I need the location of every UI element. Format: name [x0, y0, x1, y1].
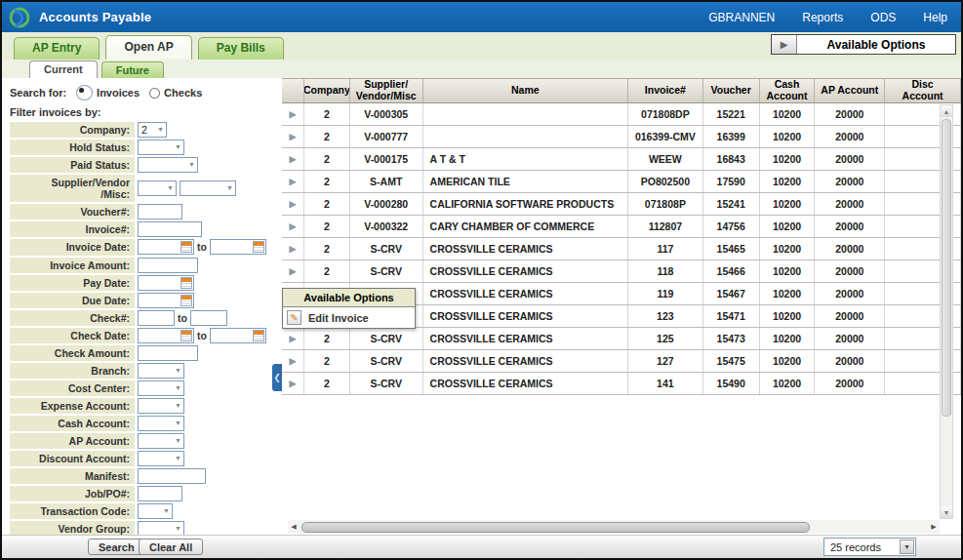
- column-header-voucher[interactable]: Voucher: [703, 79, 760, 102]
- row-expand-arrow-icon[interactable]: ▶: [290, 356, 297, 366]
- check-date-from-input[interactable]: [138, 328, 194, 343]
- row-expand-arrow-icon[interactable]: ▶: [290, 109, 297, 119]
- invoice-date-from-input[interactable]: [138, 239, 194, 255]
- calendar-icon[interactable]: [253, 241, 264, 253]
- sidebar-collapse-handle[interactable]: ❮: [272, 364, 282, 391]
- nav-item-ods[interactable]: ODS: [857, 2, 909, 32]
- tab-ap-entry[interactable]: AP Entry: [14, 37, 100, 60]
- row-expand-arrow-icon[interactable]: ▶: [290, 132, 297, 141]
- hold-status-select[interactable]: [138, 140, 184, 155]
- invoice-amount-input[interactable]: [138, 258, 198, 273]
- top-navbar: Accounts Payable GBRANNENReportsODSHelp: [2, 2, 961, 32]
- calendar-icon[interactable]: [181, 277, 192, 289]
- calendar-icon[interactable]: [253, 330, 264, 341]
- row-expand-arrow-icon[interactable]: ▶: [290, 244, 297, 254]
- row-expand-cell[interactable]: ▶: [282, 148, 304, 170]
- ap-account-select[interactable]: [138, 433, 184, 449]
- subtab-future[interactable]: Future: [101, 61, 164, 78]
- paid-status-select[interactable]: [138, 157, 198, 173]
- records-per-page-select[interactable]: 25 records ▼: [823, 538, 916, 556]
- horizontal-scroll-thumb[interactable]: [301, 522, 810, 533]
- vendor-group-select[interactable]: [138, 521, 184, 535]
- cell-name: CROSSVILLE CERAMICS: [423, 238, 628, 260]
- column-header-disc[interactable]: Disc Account: [885, 79, 961, 102]
- invoice-date-to-input[interactable]: [210, 239, 266, 255]
- vertical-scroll-thumb[interactable]: [942, 119, 951, 417]
- due-date-input[interactable]: [138, 293, 194, 308]
- check-amount-input[interactable]: [138, 345, 198, 361]
- subtab-current[interactable]: Current: [29, 60, 98, 78]
- row-expand-arrow-icon[interactable]: ▶: [290, 334, 297, 343]
- row-expand-cell[interactable]: ▶: [282, 193, 304, 215]
- column-header-invoice#[interactable]: Invoice#: [628, 79, 703, 102]
- scroll-up-icon[interactable]: ▲: [941, 105, 952, 117]
- column-header-cash[interactable]: Cash Account: [760, 79, 816, 102]
- row-expand-cell[interactable]: ▶: [282, 126, 304, 147]
- context-menu-item-edit-invoice[interactable]: ✎Edit Invoice: [283, 307, 415, 328]
- nav-item-gbrannen[interactable]: GBRANNEN: [695, 2, 788, 32]
- tab-pay-bills[interactable]: Pay Bills: [198, 37, 284, 60]
- job-po-input[interactable]: [138, 486, 182, 501]
- manifest-input[interactable]: [138, 468, 206, 484]
- column-header-supplier[interactable]: Supplier/ Vendor/Misc: [350, 79, 423, 102]
- check-date-to-input[interactable]: [210, 328, 266, 343]
- row-expand-cell[interactable]: ▶: [282, 103, 304, 125]
- row-expand-cell[interactable]: ▶: [282, 328, 304, 349]
- check-to-input[interactable]: [190, 310, 227, 326]
- nav-item-help[interactable]: Help: [909, 2, 961, 32]
- row-expand-cell[interactable]: ▶: [282, 238, 304, 260]
- scroll-right-icon[interactable]: ▶: [928, 521, 940, 533]
- row-expand-cell[interactable]: ▶: [282, 373, 304, 394]
- context-menu-header: Available Options: [283, 289, 415, 307]
- search-button[interactable]: Search: [88, 539, 145, 555]
- check-from-input[interactable]: [138, 310, 175, 326]
- row-expand-arrow-icon[interactable]: ▶: [290, 199, 297, 209]
- radio-checks[interactable]: [149, 88, 160, 99]
- cell-supplier: S-CRV: [350, 350, 423, 372]
- discount-account-select[interactable]: [138, 451, 184, 466]
- company-select[interactable]: 2: [138, 122, 167, 138]
- cell-supplier: S-AMT: [350, 171, 423, 192]
- pay-date-input[interactable]: [138, 275, 194, 291]
- row-expand-arrow-icon[interactable]: ▶: [290, 221, 297, 231]
- expense-account-select[interactable]: [138, 398, 184, 414]
- play-arrow-icon[interactable]: ▶: [772, 35, 797, 54]
- row-expand-arrow-icon[interactable]: ▶: [290, 379, 297, 388]
- cost-center-select[interactable]: [138, 380, 184, 396]
- range-to-label: to: [178, 312, 187, 324]
- scroll-left-icon[interactable]: ◀: [288, 521, 300, 533]
- transaction-code-select[interactable]: [138, 503, 173, 519]
- horizontal-scrollbar[interactable]: ◀ ▶: [288, 520, 940, 534]
- row-expand-cell[interactable]: ▶: [282, 171, 304, 192]
- scroll-down-icon[interactable]: ▼: [941, 506, 952, 518]
- branch-select[interactable]: [138, 363, 184, 379]
- column-header-ap[interactable]: AP Account: [815, 79, 885, 102]
- cell-company: 2: [304, 193, 350, 215]
- row-expand-cell[interactable]: ▶: [282, 216, 304, 237]
- nav-item-reports[interactable]: Reports: [788, 2, 857, 32]
- calendar-icon[interactable]: [181, 330, 192, 341]
- radio-invoices[interactable]: [76, 85, 93, 100]
- vertical-scrollbar[interactable]: ▲ ▼: [940, 104, 953, 519]
- supplier-vendor-misc-type-select[interactable]: [138, 180, 177, 196]
- row-expand-arrow-icon[interactable]: ▶: [290, 154, 297, 164]
- column-header-name[interactable]: Name: [423, 79, 628, 102]
- cell-invoice: 112807: [628, 216, 703, 237]
- cell-supplier: V-000280: [350, 193, 423, 215]
- supplier-vendor-misc-value-select[interactable]: [180, 180, 236, 196]
- voucher-input[interactable]: [138, 204, 182, 220]
- clear-all-button[interactable]: Clear All: [139, 539, 203, 555]
- column-header-company[interactable]: Company: [304, 79, 350, 102]
- row-expand-cell[interactable]: ▶: [282, 350, 304, 372]
- row-expand-cell[interactable]: ▶: [282, 260, 304, 282]
- row-expand-arrow-icon[interactable]: ▶: [290, 177, 297, 186]
- column-header-arrow[interactable]: [282, 79, 304, 102]
- calendar-icon[interactable]: [181, 295, 192, 306]
- chevron-down-icon[interactable]: ▼: [900, 540, 914, 554]
- available-options-button[interactable]: ▶ Available Options: [771, 34, 956, 55]
- tab-open-ap[interactable]: Open AP: [105, 35, 191, 60]
- cash-account-select[interactable]: [138, 416, 184, 431]
- row-expand-arrow-icon[interactable]: ▶: [290, 266, 297, 276]
- calendar-icon[interactable]: [181, 241, 192, 253]
- invoice-input[interactable]: [138, 221, 202, 237]
